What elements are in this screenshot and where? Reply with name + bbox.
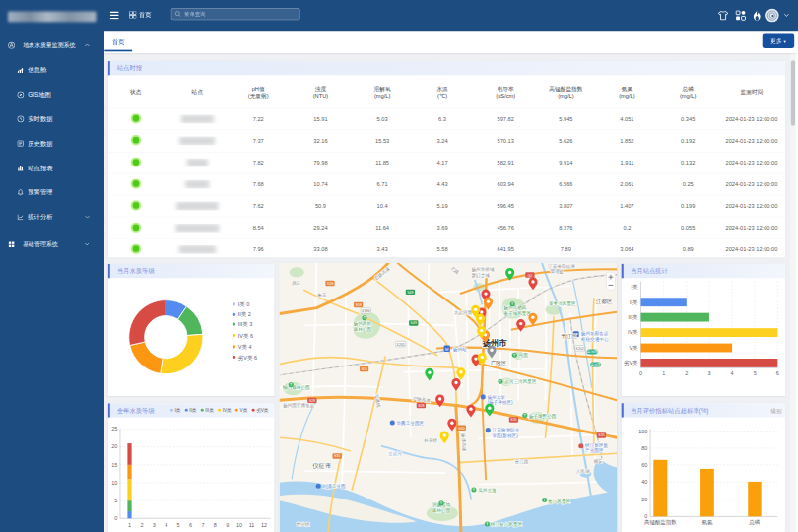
svg-text:枢纽交通中心: 枢纽交通中心	[581, 336, 609, 342]
svg-text:运河路: 运河路	[590, 362, 601, 366]
svg-text:4: 4	[731, 370, 734, 376]
svg-text:M: M	[445, 347, 449, 352]
svg-text:0: 0	[639, 370, 642, 376]
svg-text:1: 1	[662, 370, 665, 376]
svg-text:100: 100	[638, 429, 647, 434]
svg-text:总磷: 总磷	[748, 519, 760, 525]
svg-text:IV类: IV类	[628, 329, 638, 335]
svg-text:管理处: 管理处	[551, 268, 565, 275]
svg-text:高锰酸盐指数: 高锰酸盐指数	[644, 519, 677, 526]
svg-text:1: 1	[128, 522, 131, 528]
svg-text:4: 4	[165, 522, 167, 528]
svg-text:S35: S35	[334, 454, 340, 458]
svg-text:25: 25	[111, 426, 117, 432]
svg-text:邗江区: 邗江区	[562, 333, 578, 340]
svg-text:朴席镇: 朴席镇	[423, 438, 437, 443]
svg-text:10: 10	[111, 480, 117, 486]
svg-text:0: 0	[644, 513, 647, 519]
svg-text:9: 9	[226, 522, 229, 528]
svg-text:S53: S53	[361, 367, 366, 371]
svg-text:S58: S58	[355, 303, 361, 307]
svg-text:40: 40	[641, 479, 647, 485]
svg-text:铜山森林公园: 铜山森林公园	[282, 384, 310, 391]
svg-text:朱庄: 朱庄	[317, 293, 327, 298]
svg-text:3: 3	[707, 370, 710, 376]
svg-text:7: 7	[201, 522, 204, 528]
svg-text:仪征市: 仪征市	[312, 462, 331, 469]
svg-text:5: 5	[114, 498, 117, 503]
svg-text:运河路: 运河路	[587, 349, 598, 354]
svg-text:15: 15	[111, 462, 117, 468]
svg-text:S35: S35	[510, 418, 516, 422]
svg-text:X201: X201	[397, 343, 405, 347]
svg-text:20: 20	[641, 497, 647, 502]
svg-text:8: 8	[214, 522, 217, 528]
svg-text:唐子城风景区: 唐子城风景区	[503, 310, 531, 317]
svg-text:G2: G2	[527, 274, 532, 278]
svg-text:10: 10	[236, 522, 242, 528]
svg-text:20: 20	[111, 443, 117, 449]
svg-text:I类: I类	[632, 284, 639, 290]
svg-text:2: 2	[140, 522, 143, 528]
svg-text:II类: II类	[630, 299, 638, 305]
svg-text:氨氮: 氨氮	[702, 519, 713, 525]
svg-text:世业镇: 世业镇	[296, 522, 309, 527]
svg-text:S28: S28	[418, 404, 424, 408]
svg-text:6: 6	[776, 370, 779, 376]
svg-text:广陵区: 广陵区	[491, 360, 507, 366]
svg-text:X202: X202	[575, 347, 583, 351]
svg-text:80: 80	[641, 445, 647, 451]
svg-text:华腾工业园区: 华腾工业园区	[396, 420, 424, 427]
svg-text:X336: X336	[362, 309, 369, 313]
svg-text:焦山风景区: 焦山风景区	[548, 499, 571, 504]
svg-text:横安: 横安	[593, 459, 603, 464]
svg-text:S58: S58	[327, 282, 333, 286]
svg-text:11: 11	[249, 522, 255, 528]
svg-text:6: 6	[189, 522, 192, 528]
svg-text:江都区: 江都区	[596, 299, 613, 305]
svg-text:S35: S35	[598, 433, 604, 437]
svg-text:V类: V类	[629, 345, 638, 351]
svg-text:2: 2	[685, 370, 688, 376]
svg-text:S49: S49	[407, 291, 413, 295]
svg-text:III类: III类	[629, 314, 639, 320]
svg-text:镇江金山风景区: 镇江金山风景区	[490, 522, 523, 527]
svg-text:学院(新校区): 学院(新校区)	[493, 432, 519, 439]
svg-text:3: 3	[153, 522, 156, 528]
svg-text:5: 5	[177, 522, 180, 528]
svg-text:刘涌工业园: 刘涌工业园	[322, 483, 345, 490]
svg-text:S49: S49	[411, 321, 417, 325]
svg-text:G40: G40	[458, 427, 465, 431]
svg-text:扬子颂野公园: 扬子颂野公园	[529, 413, 557, 420]
svg-text:人民湖: 人民湖	[576, 468, 590, 474]
svg-text:0: 0	[114, 515, 117, 521]
svg-text:劣V类: 劣V类	[624, 360, 638, 366]
svg-text:60: 60	[641, 462, 647, 468]
svg-text:12: 12	[261, 522, 267, 528]
svg-text:5: 5	[754, 370, 757, 376]
